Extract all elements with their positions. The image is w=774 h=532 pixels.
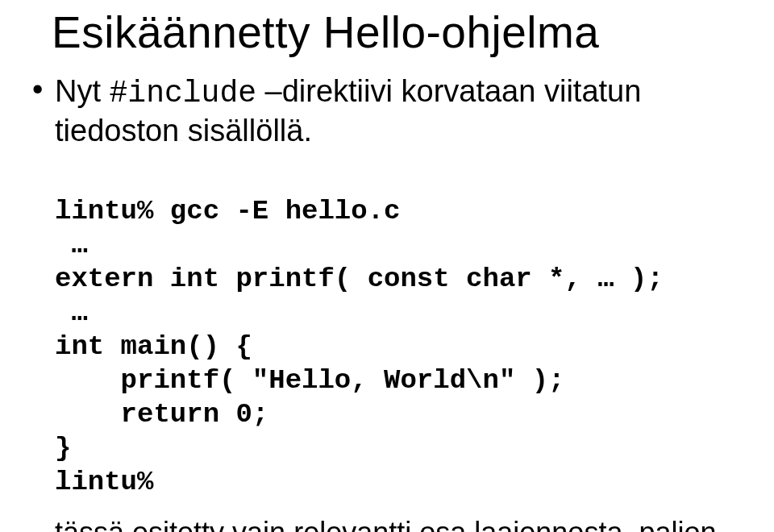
code-line-3: extern int printf( const char *, … ); xyxy=(55,264,664,294)
code-line-4: … xyxy=(55,297,88,328)
code-line-5: int main() { xyxy=(55,331,252,362)
footnote-text: tässä esitetty vain relevantti osa laaje… xyxy=(55,515,759,532)
bullet-item: • Nyt #include –direktiivi korvataan vii… xyxy=(32,73,759,149)
code-line-7: return 0; xyxy=(55,399,268,430)
slide-title: Esikäännetty Hello-ohjelma xyxy=(32,6,759,58)
code-line-8: } xyxy=(55,433,71,463)
slide-body: • Nyt #include –direktiivi korvataan vii… xyxy=(32,73,759,532)
bullet-text: Nyt #include –direktiivi korvataan viita… xyxy=(55,73,759,149)
bullet-pre: Nyt xyxy=(55,74,110,108)
slide: Esikäännetty Hello-ohjelma • Nyt #includ… xyxy=(0,0,774,532)
code-line-1: lintu% gcc -E hello.c xyxy=(55,196,400,227)
code-line-9: lintu% xyxy=(55,467,153,497)
code-block: lintu% gcc -E hello.c … extern int print… xyxy=(55,160,759,499)
bullet-dot-icon: • xyxy=(32,73,55,106)
bullet-code-span: #include xyxy=(110,76,256,110)
code-line-6: printf( "Hello, World\n" ); xyxy=(55,365,565,396)
code-line-2: … xyxy=(55,230,88,260)
